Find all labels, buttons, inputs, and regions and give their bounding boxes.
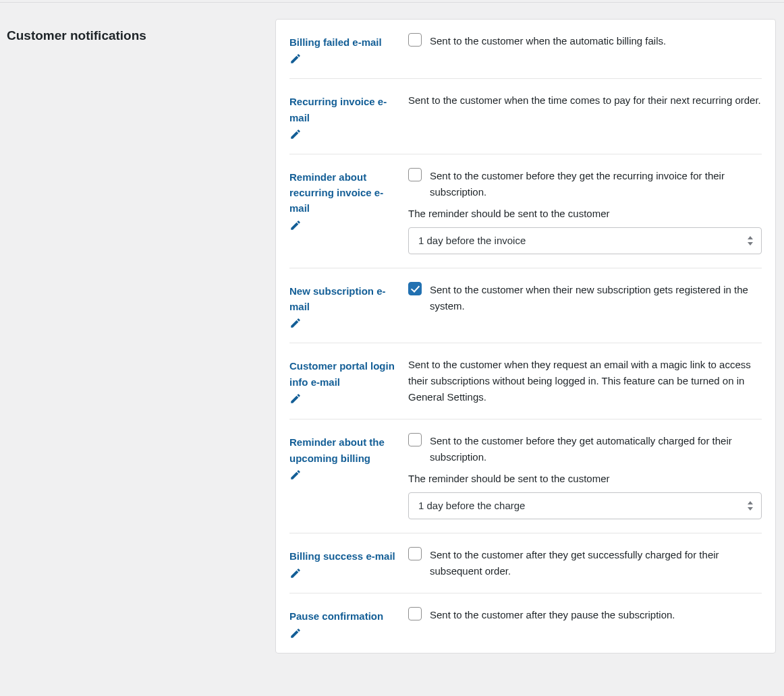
row-billing-success: Billing success e-mail Sent to the custo… [289, 533, 762, 593]
pencil-icon[interactable] [289, 469, 302, 481]
link-customer-portal-login[interactable]: Customer portal login info e-mail [289, 360, 395, 387]
link-billing-success[interactable]: Billing success e-mail [289, 550, 395, 562]
select-reminder-recurring-invoice[interactable]: 1 day before the invoice [408, 227, 762, 254]
checkbox-billing-failed[interactable] [408, 33, 422, 47]
checkbox-new-subscription[interactable] [408, 282, 422, 295]
label-col: Customer portal login info e-mail [289, 357, 396, 405]
row-customer-portal-login: Customer portal login info e-mail Sent t… [289, 343, 762, 419]
desc-pause-confirmation: Sent to the customer after they pause th… [430, 607, 675, 623]
row-reminder-upcoming-billing: Reminder about the upcoming billing Sent… [289, 419, 762, 533]
content-col: Sent to the customer when they request a… [408, 357, 762, 405]
section-title: Customer notifications [7, 28, 269, 43]
row-new-subscription: New subscription e-mail Sent to the cust… [289, 268, 762, 344]
link-reminder-upcoming-billing[interactable]: Reminder about the upcoming billing [289, 436, 385, 463]
pencil-icon[interactable] [289, 128, 302, 140]
pencil-icon[interactable] [289, 317, 302, 329]
desc-recurring-invoice: Sent to the customer when the time comes… [408, 92, 762, 109]
pencil-icon[interactable] [289, 567, 302, 579]
select-reminder-upcoming-billing[interactable]: 1 day before the charge [408, 492, 762, 519]
link-billing-failed[interactable]: Billing failed e-mail [289, 36, 382, 48]
content-col: Sent to the customer when the automatic … [408, 33, 762, 49]
row-billing-failed: Billing failed e-mail Sent to the custom… [289, 20, 762, 79]
select-wrap: 1 day before the charge [408, 492, 762, 519]
row-recurring-invoice: Recurring invoice e-mail Sent to the cus… [289, 79, 762, 154]
label-col: Billing failed e-mail [289, 33, 396, 65]
checkbox-billing-success[interactable] [408, 547, 422, 560]
label-col: Reminder about recurring invoice e-mail [289, 168, 396, 231]
content-col: Sent to the customer after they pause th… [408, 607, 762, 623]
subnote-reminder-recurring-invoice: The reminder should be sent to the custo… [408, 206, 762, 222]
checkbox-pause-confirmation[interactable] [408, 607, 422, 620]
pencil-icon[interactable] [289, 53, 302, 65]
label-col: Reminder about the upcoming billing [289, 433, 396, 481]
row-pause-confirmation: Pause confirmation Sent to the customer … [289, 593, 762, 652]
pencil-icon[interactable] [289, 219, 302, 231]
desc-customer-portal-login: Sent to the customer when they request a… [408, 357, 762, 405]
checkbox-reminder-recurring-invoice[interactable] [408, 168, 422, 181]
content-col: Sent to the customer before they get aut… [408, 433, 762, 519]
link-reminder-recurring-invoice[interactable]: Reminder about recurring invoice e-mail [289, 171, 383, 214]
desc-reminder-recurring-invoice: Sent to the customer before they get the… [430, 168, 762, 200]
link-recurring-invoice[interactable]: Recurring invoice e-mail [289, 96, 387, 123]
section-title-col: Customer notifications [0, 3, 275, 43]
row-reminder-recurring-invoice: Reminder about recurring invoice e-mail … [289, 154, 762, 268]
desc-billing-failed: Sent to the customer when the automatic … [430, 33, 666, 49]
content-col: Sent to the customer when their new subs… [408, 282, 762, 314]
content-col: Sent to the customer before they get the… [408, 168, 762, 254]
label-col: Pause confirmation [289, 607, 396, 639]
checkbox-reminder-upcoming-billing[interactable] [408, 433, 422, 446]
notifications-card: Billing failed e-mail Sent to the custom… [275, 19, 776, 654]
link-pause-confirmation[interactable]: Pause confirmation [289, 610, 383, 622]
desc-reminder-upcoming-billing: Sent to the customer before they get aut… [430, 433, 762, 465]
desc-new-subscription: Sent to the customer when their new subs… [430, 282, 762, 314]
subnote-reminder-upcoming-billing: The reminder should be sent to the custo… [408, 471, 762, 487]
content-col: Sent to the customer when the time comes… [408, 92, 762, 109]
label-col: New subscription e-mail [289, 282, 396, 330]
pencil-icon[interactable] [289, 393, 302, 405]
link-new-subscription[interactable]: New subscription e-mail [289, 285, 386, 312]
desc-billing-success: Sent to the customer after they get succ… [430, 547, 762, 579]
label-col: Recurring invoice e-mail [289, 92, 396, 140]
customer-notifications-section: Customer notifications Billing failed e-… [0, 3, 784, 654]
select-wrap: 1 day before the invoice [408, 227, 762, 254]
pencil-icon[interactable] [289, 627, 302, 639]
content-col: Sent to the customer after they get succ… [408, 547, 762, 579]
label-col: Billing success e-mail [289, 547, 396, 579]
